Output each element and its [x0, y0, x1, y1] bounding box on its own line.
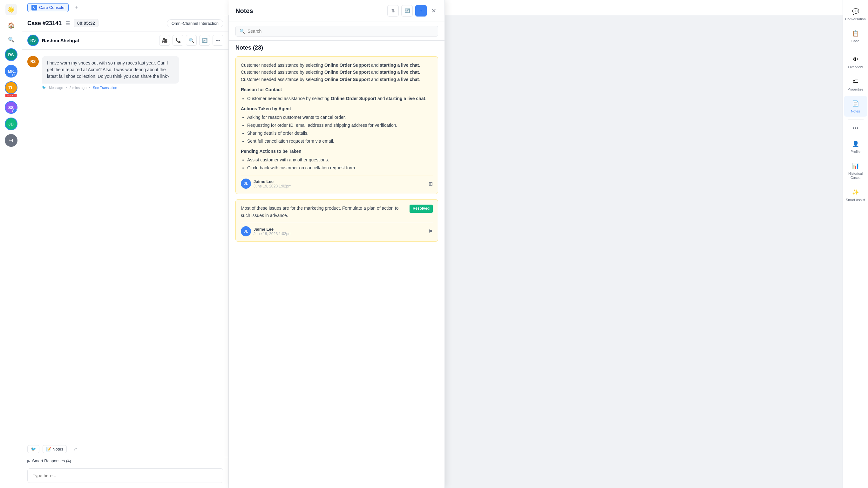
- notes-button[interactable]: 📝 Notes: [42, 445, 67, 453]
- chat-section: RS Rashmi Shehgal 🎥 📞 🔍 🔄 ••• RS I: [22, 31, 228, 488]
- agent-avatar-4[interactable]: SS f: [5, 101, 18, 114]
- chat-input[interactable]: [27, 468, 223, 483]
- home-icon[interactable]: 🏠: [6, 20, 16, 30]
- message-sender-avatar: RS: [27, 56, 39, 67]
- message-separator2: •: [89, 86, 90, 90]
- chevron-right-icon: ▶: [27, 459, 30, 463]
- sidebar-item-case-label: Case: [851, 39, 860, 43]
- video-call-button[interactable]: 🎥: [159, 35, 170, 46]
- message-bubble: I have worn my shoes out with so many ra…: [42, 56, 179, 90]
- note-author-name-1: Jaime Lee: [253, 179, 291, 184]
- smart-responses-bar: ▶ Smart Responses (4): [22, 457, 228, 466]
- agent-avatar-2[interactable]: MK 1: [5, 65, 18, 78]
- translation-link[interactable]: See Translation: [93, 86, 117, 90]
- chat-agent-name: Rashmi Shehgal: [42, 38, 79, 43]
- smart-responses-label: Smart Responses (4): [32, 458, 71, 463]
- note-author-name-2: Jaime Lee: [253, 227, 291, 232]
- sidebar-item-smart-assist[interactable]: ✨ Smart Assist: [844, 185, 867, 205]
- note-card-2: Most of these issues are for the marketi…: [236, 199, 438, 242]
- tab-icon: C: [31, 5, 37, 10]
- historical-icon: 📊: [851, 161, 860, 170]
- notes-btn-icon: 📝: [46, 447, 51, 452]
- sidebar-item-profile-label: Profile: [850, 150, 860, 154]
- agent-avatar-1[interactable]: RS: [5, 48, 18, 61]
- notes-panel: Notes ⇅ 🔄 + ✕ 🔍 Notes (23): [229, 15, 445, 488]
- note-flag-icon-2[interactable]: ⚑: [428, 228, 433, 235]
- refresh-button[interactable]: 🔄: [199, 35, 210, 46]
- care-console-tab[interactable]: C Care Console: [27, 3, 69, 12]
- chat-agent-avatar: RS: [27, 35, 39, 46]
- notes-refresh-button[interactable]: 🔄: [401, 15, 413, 17]
- app-logo: 🌟: [5, 4, 17, 15]
- chat-bottom-bar: 🐦 📝 Notes ⤢: [22, 441, 228, 457]
- right-sidebar: 💬 Conversation 📋 Case 👁 Overview 🏷 Prope…: [843, 0, 868, 488]
- agent-badge-4: f: [12, 109, 18, 114]
- sidebar-item-profile[interactable]: 👤 Profile: [844, 136, 867, 157]
- notes-search-box[interactable]: 🔍: [236, 26, 438, 36]
- note-author-avatar-1: JL: [241, 179, 251, 189]
- notes-sort-button[interactable]: ⇅: [387, 15, 399, 17]
- agent-avatar-5[interactable]: JD: [5, 118, 18, 130]
- sidebar-item-overview[interactable]: 👁 Overview: [844, 52, 867, 72]
- note-card-1: Customer needed assistance by selecting …: [236, 56, 438, 194]
- expand-button[interactable]: ⤢: [70, 444, 81, 454]
- profile-icon: 👤: [851, 140, 860, 148]
- sidebar-item-overview-label: Overview: [848, 65, 863, 69]
- notes-search-area: 🔍: [229, 22, 444, 41]
- note-author-1: JL Jaime Lee June 19, 2023 1:02pm: [241, 179, 291, 189]
- message-type: Message: [49, 86, 63, 90]
- overview-icon: 👁: [851, 55, 860, 64]
- sidebar-more-button[interactable]: •••: [844, 122, 867, 135]
- sidebar-item-properties[interactable]: 🏷 Properties: [844, 74, 867, 95]
- note-author-2: JL Jaime Lee June 19, 2023 1:02pm: [241, 226, 291, 236]
- agent-group-more[interactable]: +4: [5, 134, 18, 147]
- note-date-2: June 19, 2023 1:02pm: [253, 232, 291, 236]
- chat-input-area: [22, 466, 228, 488]
- omni-channel-button[interactable]: Omni-Channel Interaction: [167, 20, 223, 27]
- note-body-2: Most of these issues are for the marketi…: [241, 205, 406, 219]
- notes-search-icon: 🔍: [240, 29, 245, 34]
- resolved-badge-2: Resolved: [409, 205, 433, 213]
- smart-assist-icon: ✨: [851, 188, 860, 197]
- notes-search-input[interactable]: [248, 29, 434, 34]
- note-author-avatar-2: JL: [241, 226, 251, 236]
- more-button[interactable]: •••: [213, 35, 223, 46]
- case-area: Case #23141 ☰ 00:05:32 Omni-Channel Inte…: [22, 15, 843, 488]
- sidebar-item-case[interactable]: 📋 Case: [844, 26, 867, 47]
- sidebar-item-notes[interactable]: 📄 Notes: [844, 96, 867, 117]
- smart-responses-toggle[interactable]: ▶ Smart Responses (4): [27, 458, 223, 463]
- chat-agent-bar: RS Rashmi Shehgal 🎥 📞 🔍 🔄 •••: [22, 31, 228, 50]
- case-number: Case #23141: [27, 20, 62, 27]
- left-panel: Case #23141 ☰ 00:05:32 Omni-Channel Inte…: [22, 15, 229, 488]
- chat-messages: RS I have worn my shoes out with so many…: [22, 50, 228, 441]
- phone-button[interactable]: 📞: [173, 35, 183, 46]
- note-content-2: Most of these issues are for the marketi…: [241, 205, 433, 219]
- notes-list: Customer needed assistance by selecting …: [229, 53, 444, 488]
- add-tab-button[interactable]: +: [72, 3, 81, 12]
- search-button[interactable]: 🔍: [186, 35, 197, 46]
- agent-avatar-3[interactable]: TL: [5, 81, 18, 94]
- case-timer: 00:05:32: [74, 19, 98, 27]
- tab-label: Care Console: [39, 5, 64, 10]
- note-table-icon-1[interactable]: ⊞: [429, 181, 433, 187]
- chat-actions: 🎥 📞 🔍 🔄 •••: [159, 35, 223, 46]
- sidebar-divider-1: [848, 49, 864, 49]
- search-icon[interactable]: 🔍: [6, 34, 16, 44]
- sidebar-item-historical[interactable]: 📊 Historical Cases: [844, 158, 867, 183]
- note-author-info-1: Jaime Lee June 19, 2023 1:02pm: [253, 179, 291, 188]
- case-menu-icon[interactable]: ☰: [65, 20, 70, 26]
- sidebar-item-notes-label: Notes: [851, 109, 860, 114]
- agent-badge-2: 1: [12, 72, 18, 78]
- sidebar-item-smart-assist-label: Smart Assist: [846, 198, 865, 202]
- note-author-info-2: Jaime Lee June 19, 2023 1:02pm: [253, 227, 291, 236]
- notes-count: Notes (23): [229, 41, 444, 53]
- sidebar-item-conversation[interactable]: 💬 Conversation: [844, 4, 867, 25]
- message-time: 2 mins ago: [69, 86, 87, 90]
- twitter-channel-button[interactable]: 🐦: [27, 445, 39, 453]
- notes-icon: 📄: [851, 99, 860, 108]
- notes-add-button[interactable]: +: [415, 15, 427, 17]
- main-content: C Care Console + Case #23141 ☰ 00:05:32 …: [22, 0, 843, 488]
- agent-timer-3: 10m 32s: [5, 94, 17, 97]
- note-date-1: June 19, 2023 1:02pm: [253, 184, 291, 188]
- note-footer-1: JL Jaime Lee June 19, 2023 1:02pm ⊞: [241, 175, 433, 189]
